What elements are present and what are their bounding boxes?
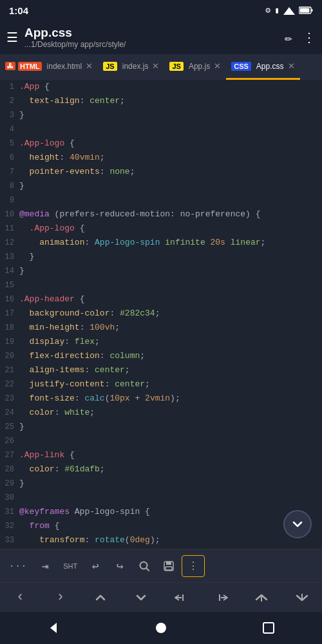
line-number: 23	[0, 392, 19, 406]
code-line-23: 23 font-size: calc(10px + 2vmin);	[0, 392, 322, 406]
tab-close-appjs[interactable]: ✕	[214, 61, 221, 71]
code-line-16: 16.App-header {	[0, 292, 322, 307]
tab-app-js[interactable]: JS App.js ✕	[164, 54, 226, 80]
nav-down-button[interactable]	[128, 586, 154, 609]
more-options-icon[interactable]: ⋮	[303, 30, 316, 46]
code-line-9: 9	[0, 193, 322, 207]
nav-left-button[interactable]: ‹	[7, 586, 33, 609]
line-code: }	[19, 179, 322, 193]
code-line-6: 6 height: 40vmin;	[0, 151, 322, 165]
back-button[interactable]	[37, 616, 70, 639]
code-line-11: 11 .App-logo {	[0, 222, 322, 236]
tab-index-js[interactable]: JS index.js ✕	[98, 54, 164, 80]
html-icon: 🖧	[5, 62, 15, 70]
line-code: }	[19, 250, 322, 264]
code-line-17: 17 background-color: #282c34;	[0, 307, 322, 321]
nav-word-up-button[interactable]	[249, 586, 274, 609]
code-area[interactable]: 1.App {2 text-align: center;3}4 5.App-lo…	[0, 80, 322, 549]
code-line-19: 19 display: flex;	[0, 335, 322, 349]
toolbar-save-button[interactable]	[157, 556, 180, 576]
line-code: .App-logo {	[19, 222, 322, 236]
line-code: .App-logo {	[19, 137, 322, 151]
line-code	[19, 434, 322, 448]
line-number: 19	[0, 335, 19, 349]
line-code: justify-content: center;	[19, 377, 322, 392]
toolbar-undo-button[interactable]: ↩	[84, 555, 107, 577]
home-button[interactable]	[145, 616, 177, 639]
nav-right-button[interactable]: ›	[48, 586, 73, 609]
nav-line-start-button[interactable]	[168, 586, 194, 609]
line-number: 22	[0, 377, 19, 392]
toolbar-redo-button[interactable]: ↪	[108, 555, 131, 577]
nav-line-end-button[interactable]	[209, 586, 234, 609]
status-bar: 1:04 ⚙ ▮	[0, 0, 322, 21]
title-actions: ✏ ⋮	[285, 30, 316, 46]
recent-button[interactable]	[252, 616, 285, 639]
toolbar-more-button[interactable]: ⋮	[182, 555, 205, 577]
code-line-24: 24 color: white;	[0, 406, 322, 420]
sim-icon: ▮	[274, 5, 279, 15]
code-line-26: 26	[0, 434, 322, 448]
code-line-2: 2 text-align: center;	[0, 94, 322, 108]
toolbar-search-button[interactable]	[133, 556, 156, 576]
tab-close-indexjs[interactable]: ✕	[152, 61, 159, 71]
nav-word-down-button[interactable]	[289, 586, 315, 609]
tab-index-html[interactable]: 🖧 HTML index.html ✕	[0, 54, 98, 80]
system-nav	[0, 612, 322, 644]
code-line-18: 18 min-height: 100vh;	[0, 321, 322, 335]
svg-rect-7	[166, 562, 171, 565]
nav-up-button[interactable]	[88, 586, 113, 609]
hamburger-icon[interactable]: ☰	[6, 30, 18, 46]
line-number: 21	[0, 363, 19, 377]
line-number: 17	[0, 307, 19, 321]
toolbar-dots-button[interactable]: ···	[4, 557, 32, 575]
tabs-bar: 🖧 HTML index.html ✕ JS index.js ✕ JS App…	[0, 54, 322, 80]
svg-line-5	[146, 568, 149, 571]
code-line-7: 7 pointer-events: none;	[0, 165, 322, 179]
line-number: 31	[0, 505, 19, 519]
line-number: 9	[0, 193, 19, 207]
scroll-down-button[interactable]	[283, 510, 312, 538]
title-path: ...1/Desktop/my app/src/style/	[24, 40, 278, 49]
css-badge: CSS	[231, 62, 251, 71]
svg-rect-17	[263, 623, 274, 633]
tab-index-js-label: index.js	[122, 62, 149, 71]
status-time: 1:04	[9, 5, 28, 16]
code-line-3: 3}	[0, 108, 322, 122]
line-code: transform: rotate(0deg);	[19, 533, 322, 547]
battery-icon	[299, 6, 313, 14]
code-content: 1.App {2 text-align: center;3}4 5.App-lo…	[0, 80, 322, 549]
title-info: App.css ...1/Desktop/my app/src/style/	[24, 26, 278, 49]
line-number: 28	[0, 462, 19, 477]
wifi-icon	[283, 6, 295, 15]
js-badge-1: JS	[103, 62, 117, 71]
tab-close-html[interactable]: ✕	[86, 61, 93, 71]
line-code	[19, 122, 322, 137]
line-code	[19, 193, 322, 207]
line-code: }	[19, 420, 322, 434]
line-code: color: #61dafb;	[19, 462, 322, 477]
toolbar-tab-button[interactable]: ⇥	[33, 555, 57, 577]
line-code	[19, 278, 322, 292]
line-number: 10	[0, 207, 19, 222]
line-number: 5	[0, 137, 19, 151]
tab-close-appcss[interactable]: ✕	[288, 61, 295, 71]
code-line-1: 1.App {	[0, 80, 322, 94]
code-line-21: 21 align-items: center;	[0, 363, 322, 377]
tab-app-js-label: App.js	[189, 62, 210, 71]
line-number: 18	[0, 321, 19, 335]
line-number: 24	[0, 406, 19, 420]
line-code: .App-link {	[19, 448, 322, 462]
toolbar-shift-button[interactable]: SHT	[58, 558, 82, 574]
code-line-13: 13 }	[0, 250, 322, 264]
edit-icon[interactable]: ✏	[285, 30, 292, 46]
line-number: 3	[0, 108, 19, 122]
line-code: .App-header {	[19, 292, 322, 307]
status-icons: ⚙ ▮	[265, 5, 313, 15]
tab-app-css-label: App.css	[256, 62, 284, 71]
line-number: 25	[0, 420, 19, 434]
line-code: flex-direction: column;	[19, 349, 322, 363]
tab-app-css[interactable]: CSS App.css ✕	[226, 54, 299, 80]
line-number: 16	[0, 292, 19, 307]
js-badge-2: JS	[169, 62, 183, 71]
